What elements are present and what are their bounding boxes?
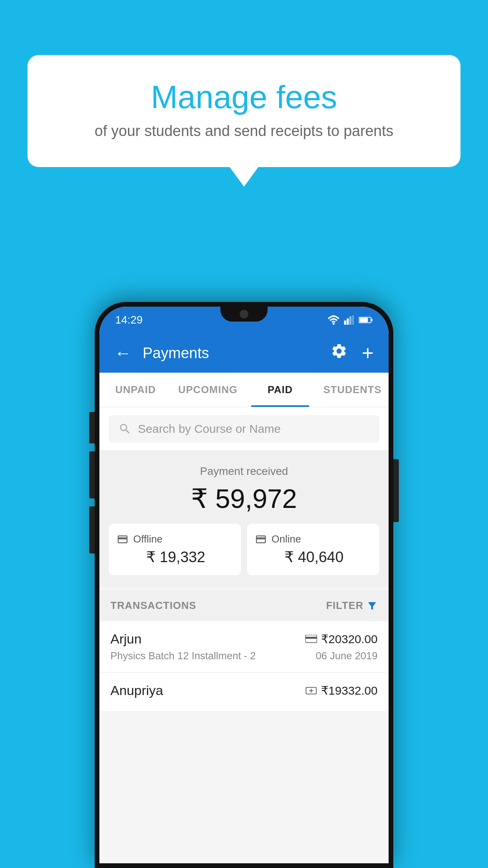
svg-rect-7 [360,318,368,322]
signal-icon [344,315,355,325]
speech-bubble-section: Manage fees of your students and send re… [28,55,460,167]
search-container: Search by Course or Name [99,407,389,451]
tab-unpaid[interactable]: UNPAID [99,373,172,407]
online-amount: ₹ 40,640 [255,548,371,566]
add-button[interactable]: + [359,338,377,368]
search-placeholder: Search by Course or Name [138,422,281,436]
tab-upcoming[interactable]: UPCOMING [172,373,244,407]
speech-bubble: Manage fees of your students and send re… [28,55,460,167]
offline-icon [117,533,128,545]
offline-amount: ₹ 19,332 [117,548,233,566]
search-icon [118,422,132,436]
phone-frame: 14:29 [95,302,393,868]
side-button-right [393,459,399,522]
svg-rect-3 [349,316,351,325]
transaction-row-top: Anupriya ₹19332.00 [110,683,378,698]
payment-cards: Offline ₹ 19,332 Online ₹ 40,640 [109,524,379,575]
bubble-title: Manage fees [59,79,429,116]
payment-type-icon-online [305,635,317,644]
status-bar: 14:29 [99,307,389,333]
payment-received-label: Payment received [109,465,379,478]
transaction-date: 06 June 2019 [316,650,378,662]
phone-screen: 14:29 [99,307,389,863]
transaction-amount: ₹19332.00 [305,684,378,697]
wifi-icon [327,315,340,325]
side-button-power [89,412,95,443]
svg-rect-6 [371,318,372,321]
offline-card: Offline ₹ 19,332 [109,524,241,575]
filter-button[interactable]: FILTER [326,600,378,612]
svg-rect-2 [347,318,349,325]
side-button-volume-up [89,451,95,498]
camera [240,310,248,318]
transaction-amount: ₹20320.00 [305,632,378,646]
transaction-name: Anupriya [110,683,163,698]
offline-label: Offline [133,533,163,545]
status-time: 14:29 [115,314,143,326]
svg-rect-9 [305,636,317,638]
tabs-bar: UNPAID UPCOMING PAID STUDENTS [99,373,389,407]
online-label: Online [272,533,301,545]
page-title: Payments [143,345,319,362]
transaction-row-bottom: Physics Batch 12 Installment - 2 06 June… [110,650,378,662]
svg-rect-8 [305,635,317,643]
online-header: Online [255,533,371,545]
filter-icon [367,600,378,611]
payment-total: ₹ 59,972 [109,483,379,514]
transaction-row[interactable]: Anupriya ₹19332.00 [99,673,389,712]
search-bar[interactable]: Search by Course or Name [109,415,379,443]
back-button[interactable]: ← [111,340,135,366]
transactions-label: TRANSACTIONS [110,600,196,612]
online-icon [255,533,267,545]
payment-summary: Payment received ₹ 59,972 Offline ₹ 19,3… [99,451,389,587]
side-button-volume-down [89,506,95,554]
status-icons [327,315,373,325]
svg-rect-1 [344,320,346,325]
svg-point-0 [332,323,334,325]
settings-button[interactable] [327,339,351,367]
transaction-course: Physics Batch 12 Installment - 2 [110,650,256,662]
payment-type-icon-offline [305,686,317,695]
transaction-row[interactable]: Arjun ₹20320.00 Physics Batch 12 Install… [99,621,389,673]
transaction-row-top: Arjun ₹20320.00 [110,631,378,647]
battery-icon [359,316,373,324]
transaction-name: Arjun [110,631,141,647]
svg-rect-4 [352,315,354,325]
tab-paid[interactable]: PAID [244,373,316,407]
online-card: Online ₹ 40,640 [247,524,379,575]
app-bar: ← Payments + [99,333,389,373]
offline-header: Offline [117,533,233,545]
notch [220,307,268,322]
transactions-header: TRANSACTIONS FILTER [99,590,389,621]
tab-students[interactable]: STUDENTS [316,373,389,407]
bubble-subtitle: of your students and send receipts to pa… [59,123,429,140]
